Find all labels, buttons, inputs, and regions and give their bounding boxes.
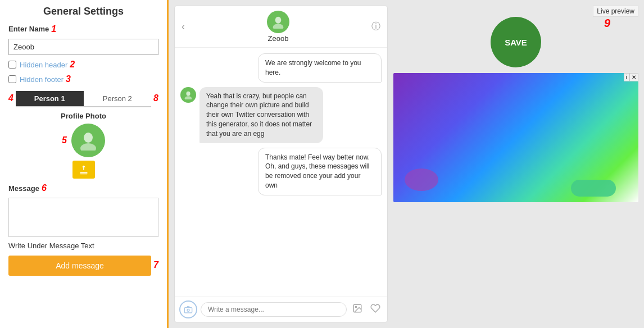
upload-photo-button[interactable] — [72, 161, 95, 179]
name-input[interactable] — [8, 39, 158, 55]
profile-photo-section: Profile Photo 5 — [8, 112, 158, 179]
enter-name-label: Enter Name — [8, 25, 49, 33]
chat-header: ‹ Zeoob ⓘ — [175, 6, 387, 48]
info-button[interactable]: ⓘ — [371, 21, 380, 33]
back-button[interactable]: ‹ — [182, 21, 185, 33]
person1-tab[interactable]: Person 1 — [16, 91, 84, 106]
annotation-2: 2 — [70, 60, 75, 70]
profile-photo-label: Profile Photo — [61, 112, 106, 120]
svg-point-5 — [273, 24, 284, 29]
right-area: ‹ Zeoob ⓘ We are strongly welcome to you… — [169, 0, 644, 328]
chat-header-center: Zeoob — [267, 11, 289, 43]
annotation-7: 7 — [153, 260, 158, 270]
hidden-header-checkbox[interactable] — [8, 61, 16, 69]
write-under-label: Write Under Message Text — [8, 242, 158, 250]
svg-point-1 — [80, 143, 96, 151]
svg-point-4 — [275, 17, 282, 24]
camera-button[interactable] — [179, 300, 197, 318]
ad-banner-top: i ✕ — [624, 73, 638, 81]
left-panel: General Settings Enter Name 1 Hidden hea… — [0, 0, 169, 328]
svg-point-9 — [187, 309, 189, 311]
message-bubble-3: Thanks mate! Feel way better now. Oh, an… — [258, 148, 382, 195]
chat-messages: We are strongly welcome to you here. Yea… — [175, 48, 387, 297]
ad-banner: i ✕ — [393, 73, 638, 202]
add-message-button[interactable]: Add message — [8, 256, 151, 276]
message-label: Message — [8, 184, 39, 193]
gallery-button[interactable] — [350, 301, 365, 318]
svg-point-7 — [185, 96, 192, 99]
chat-username: Zeoob — [268, 34, 289, 43]
ad-blob-2 — [571, 180, 616, 197]
message-textarea[interactable] — [8, 198, 158, 237]
ad-label: i — [624, 73, 629, 81]
chat-header-avatar — [267, 11, 289, 33]
chat-preview-panel: ‹ Zeoob ⓘ We are strongly welcome to you… — [174, 6, 388, 322]
annotation-6: 6 — [42, 183, 47, 193]
annotation-8: 8 — [153, 93, 158, 103]
save-button[interactable]: SAVE — [491, 17, 541, 67]
annotation-9: 9 — [604, 17, 610, 30]
person-tabs: Person 1 Person 2 — [16, 91, 151, 107]
svg-point-0 — [84, 133, 93, 143]
chat-input-area — [175, 297, 387, 322]
hidden-footer-row: Hidden footer — [8, 75, 64, 84]
message-row-2: Yeah that is crazy, but people can chang… — [180, 87, 382, 143]
annotation-1: 1 — [51, 24, 56, 34]
svg-rect-2 — [80, 172, 87, 173]
sender-avatar-2 — [180, 87, 196, 103]
svg-rect-8 — [184, 308, 192, 313]
annotation-4: 4 — [8, 93, 13, 103]
hidden-header-row: Hidden header — [8, 61, 67, 69]
svg-rect-3 — [80, 174, 87, 175]
ad-close-button[interactable]: ✕ — [629, 73, 638, 81]
panel-title: General Settings — [8, 6, 158, 17]
svg-point-11 — [355, 306, 356, 307]
hidden-footer-label: Hidden footer — [20, 75, 64, 84]
live-preview-label: Live preview — [593, 6, 638, 17]
svg-point-6 — [186, 91, 190, 95]
chat-text-input[interactable] — [201, 302, 347, 317]
hidden-footer-checkbox[interactable] — [8, 75, 16, 83]
live-preview-area: Live preview SAVE 9 i ✕ — [393, 6, 638, 322]
save-button-container: SAVE 9 — [393, 17, 638, 67]
annotation-3: 3 — [66, 74, 71, 84]
message-bubble-2: Yeah that is crazy, but people can chang… — [199, 87, 323, 143]
annotation-5: 5 — [62, 135, 67, 145]
heart-button[interactable] — [368, 301, 383, 318]
hidden-header-label: Hidden header — [20, 61, 67, 69]
person2-tab[interactable]: Person 2 — [84, 91, 152, 106]
message-bubble-1: We are strongly welcome to you here. — [258, 53, 382, 83]
profile-avatar — [71, 124, 105, 157]
ad-blob-1 — [405, 168, 438, 191]
